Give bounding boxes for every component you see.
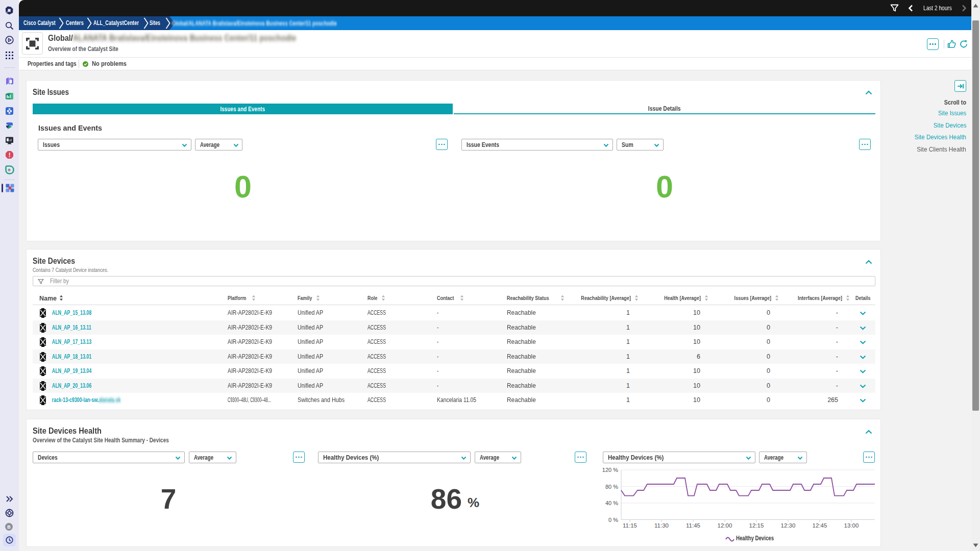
svg-text:12:00: 12:00 (718, 522, 732, 529)
svg-text:120 %: 120 % (602, 467, 618, 473)
svg-text:Healthy Devices: Healthy Devices (736, 535, 774, 542)
svg-text:12:30: 12:30 (781, 522, 796, 529)
svg-text:11:30: 11:30 (654, 522, 669, 529)
svg-text:11:15: 11:15 (623, 522, 637, 529)
svg-text:12:15: 12:15 (749, 522, 764, 529)
svg-text:11:45: 11:45 (686, 522, 700, 529)
svg-text:0 %: 0 % (608, 517, 618, 523)
svg-text:13:00: 13:00 (844, 522, 859, 529)
svg-text:80 %: 80 % (605, 484, 618, 490)
svg-text:12:45: 12:45 (813, 522, 827, 529)
svg-text:40 %: 40 % (605, 500, 618, 506)
